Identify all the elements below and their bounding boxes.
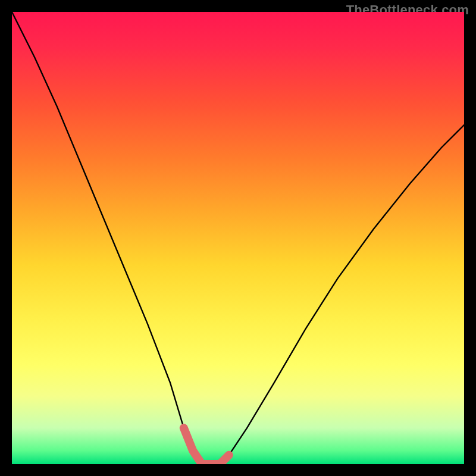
bottleneck-curve — [12, 12, 464, 464]
curve-svg — [12, 12, 464, 464]
match-zone-highlight — [184, 428, 229, 464]
plot-area — [12, 12, 464, 464]
chart-frame: TheBottleneck.com — [0, 0, 476, 476]
